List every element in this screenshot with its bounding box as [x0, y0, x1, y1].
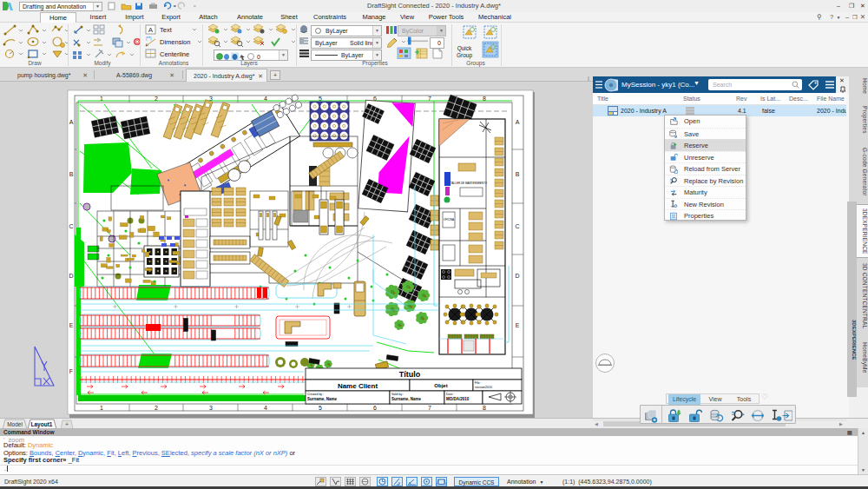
- svg-text:5: 5: [319, 405, 322, 411]
- svg-text:Dimension: Dimension: [160, 38, 190, 46]
- svg-text:Text: Text: [160, 26, 173, 34]
- svg-text:Centerline: Centerline: [160, 50, 189, 58]
- svg-text:1: 1: [100, 405, 103, 411]
- svg-text:B: B: [69, 171, 74, 177]
- svg-text:revision2010: revision2010: [475, 386, 492, 389]
- svg-text:7: 7: [428, 405, 431, 411]
- svg-text:B: B: [516, 171, 520, 177]
- svg-text:Layout1: Layout1: [31, 421, 53, 428]
- svg-text:Surname, Name: Surname, Name: [391, 397, 422, 401]
- svg-text:Título: Título: [399, 370, 421, 379]
- svg-text:+: +: [65, 421, 69, 427]
- svg-text:|**|: |**|: [146, 36, 152, 41]
- svg-text:2: 2: [155, 405, 158, 411]
- svg-text:0: 0: [257, 54, 260, 60]
- svg-text:Valid by :: Valid by :: [391, 393, 404, 396]
- svg-text:MO/DA/2010: MO/DA/2010: [446, 397, 470, 401]
- svg-text:Created by :: Created by :: [307, 393, 324, 396]
- svg-text:E: E: [516, 322, 520, 328]
- svg-text:TALLER DE MANTENIMIENTO: TALLER DE MANTENIMIENTO: [450, 182, 488, 185]
- svg-text:Name Client: Name Client: [338, 382, 378, 390]
- svg-text:A: A: [69, 119, 74, 125]
- svg-text:OFICINA: OFICINA: [444, 218, 454, 221]
- svg-text:Surname, Name: Surname, Name: [307, 397, 338, 401]
- svg-text:8: 8: [483, 405, 486, 411]
- svg-text:D: D: [515, 273, 519, 279]
- svg-text:A: A: [148, 26, 154, 34]
- svg-text:F: F: [69, 368, 73, 374]
- svg-text:Model: Model: [7, 421, 23, 427]
- svg-text:C: C: [69, 223, 73, 229]
- svg-text:E: E: [69, 322, 74, 328]
- svg-text:File :: File :: [475, 381, 482, 385]
- svg-text:Date :: Date :: [446, 393, 454, 396]
- svg-text:3: 3: [209, 405, 213, 411]
- svg-text:D: D: [69, 273, 73, 279]
- svg-text:6: 6: [373, 405, 377, 411]
- svg-text:C: C: [515, 223, 519, 229]
- svg-text:Objet: Objet: [434, 383, 447, 388]
- svg-text:4: 4: [264, 405, 267, 411]
- svg-text:A: A: [516, 119, 520, 125]
